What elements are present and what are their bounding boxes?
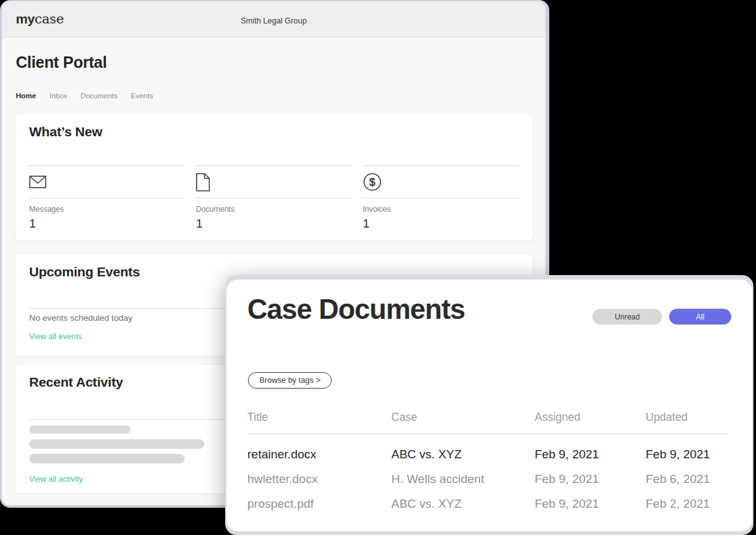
stat-documents[interactable]: Documents 1 (196, 165, 352, 231)
envelope-icon (29, 176, 46, 188)
cell-title[interactable]: prospect.pdf (247, 497, 391, 511)
portal-header: mycase Smith Legal Group (2, 1, 545, 37)
stat-invoices[interactable]: $ Invoices 1 (363, 165, 519, 231)
stat-label: Documents (196, 205, 352, 214)
page-title: Client Portal (16, 53, 107, 72)
screen: mycase Smith Legal Group Client Portal H… (0, 0, 756, 535)
nav-item-home[interactable]: Home (16, 92, 36, 100)
case-documents-window: Case Documents Unread All Browse by tags… (226, 280, 752, 531)
portal-nav: Home Inbox Documents Events (16, 92, 153, 100)
cell-title[interactable]: retainer.docx (247, 448, 391, 461)
nav-item-inbox[interactable]: Inbox (49, 92, 67, 100)
filter-all-button[interactable]: All (669, 309, 731, 325)
cell-updated: Feb 2, 2021 (646, 497, 728, 511)
case-documents-title: Case Documents (247, 293, 465, 325)
stat-divider-bottom (363, 198, 519, 198)
whats-new-card: What’s New Messages 1 (15, 113, 533, 241)
cell-assigned: Feb 9, 2021 (535, 472, 646, 486)
view-all-activity-link[interactable]: View all activity (29, 475, 83, 484)
cell-updated: Feb 9, 2021 (646, 448, 728, 461)
nav-item-events[interactable]: Events (131, 92, 153, 100)
cell-title[interactable]: hwletter.docx (247, 472, 391, 486)
documents-table-header: Title Case Assigned Updated (247, 411, 728, 425)
stat-divider-bottom (196, 198, 352, 198)
cell-case: H. Wells accident (391, 472, 535, 486)
filter-unread-button[interactable]: Unread (592, 309, 662, 325)
organization-name: Smith Legal Group (2, 16, 545, 25)
column-header-assigned[interactable]: Assigned (535, 411, 646, 425)
nav-item-documents[interactable]: Documents (81, 92, 117, 100)
column-header-case[interactable]: Case (391, 411, 535, 425)
table-divider (247, 434, 728, 434)
upcoming-events-title: Upcoming Events (29, 264, 140, 280)
table-row[interactable]: prospect.pdf ABC vs. XYZ Feb 9, 2021 Feb… (247, 491, 728, 516)
stat-divider-bottom (29, 198, 185, 198)
svg-text:$: $ (369, 176, 375, 188)
stat-count: 1 (196, 217, 352, 231)
cell-assigned: Feb 9, 2021 (535, 448, 646, 461)
stat-messages[interactable]: Messages 1 (29, 165, 185, 231)
cell-case: ABC vs. XYZ (391, 497, 535, 511)
browse-by-tags-button[interactable]: Browse by tags > (248, 372, 332, 389)
stat-count: 1 (363, 217, 519, 231)
activity-placeholder-bar (29, 439, 204, 449)
stat-count: 1 (29, 217, 185, 231)
view-all-events-link[interactable]: View all events (29, 332, 82, 341)
documents-table-body: retainer.docx ABC vs. XYZ Feb 9, 2021 Fe… (247, 442, 728, 516)
stats-row: Messages 1 Documents (29, 165, 519, 231)
dollar-icon: $ (363, 172, 382, 191)
documents-table: Title Case Assigned Updated retainer.doc… (247, 411, 728, 516)
document-icon (196, 173, 210, 191)
no-events-text: No events scheduled today (29, 313, 133, 323)
whats-new-title: What’s New (29, 124, 102, 139)
table-row[interactable]: retainer.docx ABC vs. XYZ Feb 9, 2021 Fe… (247, 442, 728, 467)
column-header-title[interactable]: Title (247, 411, 391, 425)
cell-case: ABC vs. XYZ (391, 448, 535, 461)
stat-label: Messages (29, 205, 185, 214)
recent-activity-title: Recent Activity (29, 375, 123, 390)
activity-placeholder-bar (29, 425, 131, 434)
column-header-updated[interactable]: Updated (646, 411, 728, 425)
table-row[interactable]: hwletter.docx H. Wells accident Feb 9, 2… (247, 467, 728, 491)
cell-updated: Feb 6, 2021 (646, 472, 728, 486)
stat-label: Invoices (363, 205, 519, 214)
activity-placeholder-bar (29, 454, 185, 463)
cell-assigned: Feb 9, 2021 (535, 497, 646, 511)
